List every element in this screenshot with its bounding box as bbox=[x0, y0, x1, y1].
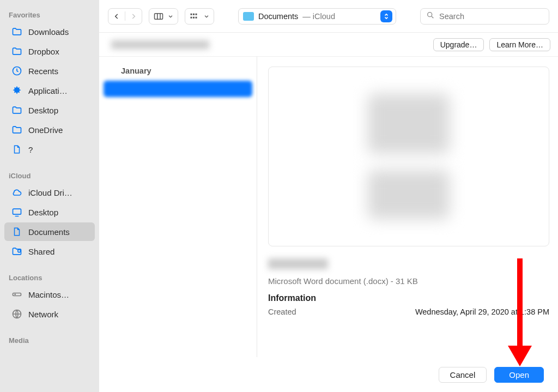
group-icon bbox=[185, 9, 204, 24]
preview-thumbnail bbox=[368, 170, 450, 219]
file-name bbox=[268, 258, 328, 269]
folder-icon bbox=[11, 124, 23, 136]
svg-rect-12 bbox=[196, 16, 197, 18]
banner-title bbox=[111, 40, 209, 49]
file-list-column: January bbox=[99, 57, 257, 357]
sidebar-item-label: Macintos… bbox=[28, 290, 69, 299]
sidebar-item-label: Dropbox bbox=[28, 47, 59, 56]
sidebar-item-label: Documents bbox=[28, 227, 70, 237]
sidebar-item-label: Desktop bbox=[28, 208, 58, 217]
cancel-button[interactable]: Cancel bbox=[439, 367, 487, 383]
sidebar-item-desktop[interactable]: Desktop bbox=[4, 101, 95, 119]
info-row-created: Created Wednesday, April 29, 2020 at 1:3… bbox=[268, 307, 549, 316]
folder-icon bbox=[11, 26, 23, 38]
svg-rect-6 bbox=[155, 13, 163, 19]
sidebar-item-label: iCloud Dri… bbox=[28, 188, 72, 197]
up-down-icon bbox=[380, 10, 392, 22]
preview-thumbnail bbox=[368, 94, 450, 154]
columns-view-icon bbox=[149, 9, 168, 24]
toolbar: Documents — iCloud bbox=[99, 0, 558, 33]
desktop-icon bbox=[11, 206, 23, 218]
sidebar-item-label: Recents bbox=[28, 67, 58, 76]
sidebar-item-unknown[interactable]: ? bbox=[4, 140, 95, 159]
search-icon bbox=[426, 11, 435, 21]
apps-icon bbox=[11, 85, 23, 97]
date-group-heading: January bbox=[99, 63, 257, 81]
file-type-size: Microsoft Word document (.docx) - 31 KB bbox=[268, 276, 549, 286]
upgrade-button[interactable]: Upgrade… bbox=[433, 38, 484, 51]
svg-rect-1 bbox=[13, 209, 21, 214]
svg-rect-9 bbox=[196, 13, 197, 15]
sidebar-item-onedrive[interactable]: OneDrive bbox=[4, 120, 95, 139]
disk-icon bbox=[11, 288, 23, 300]
svg-point-4 bbox=[15, 294, 15, 294]
nav-group bbox=[108, 8, 142, 25]
sidebar-section-locations: Locations bbox=[0, 270, 99, 284]
sidebar-item-label: Desktop bbox=[28, 106, 58, 115]
info-heading: Information bbox=[268, 293, 549, 303]
search-input[interactable] bbox=[439, 12, 543, 21]
main-area: Documents — iCloud Upgrade… Learn More… … bbox=[99, 0, 558, 392]
group-by-dropdown[interactable] bbox=[185, 8, 214, 25]
svg-rect-8 bbox=[193, 13, 195, 15]
location-dropdown[interactable]: Documents — iCloud bbox=[238, 8, 396, 25]
forward-button[interactable] bbox=[125, 9, 142, 24]
location-name: Documents bbox=[258, 12, 298, 21]
chevron-down-icon bbox=[204, 9, 214, 24]
sidebar-section-icloud: iCloud bbox=[0, 168, 99, 182]
file-row-selected[interactable] bbox=[104, 81, 252, 97]
info-label: Created bbox=[268, 307, 296, 316]
view-columns-dropdown[interactable] bbox=[149, 8, 178, 25]
sidebar-item-label: Downloads bbox=[28, 27, 69, 37]
dialog-footer: Cancel Open bbox=[99, 357, 558, 392]
sidebar: Favorites Downloads Dropbox Recents Appl… bbox=[0, 0, 99, 392]
sidebar-item-network[interactable]: Network bbox=[4, 305, 95, 323]
sidebar-item-documents[interactable]: Documents bbox=[4, 222, 95, 241]
content: January Microsoft Word document (.docx) … bbox=[99, 57, 558, 357]
document-icon bbox=[11, 226, 23, 238]
sidebar-item-label: Applicati… bbox=[28, 86, 68, 95]
svg-rect-11 bbox=[193, 16, 195, 18]
location-sub: — iCloud bbox=[302, 12, 335, 21]
sidebar-item-desktop-icloud[interactable]: Desktop bbox=[4, 203, 95, 221]
sidebar-item-downloads[interactable]: Downloads bbox=[4, 22, 95, 41]
sidebar-section-favorites: Favorites bbox=[0, 8, 99, 21]
sidebar-item-label: OneDrive bbox=[28, 125, 63, 135]
info-value: Wednesday, April 29, 2020 at 1:38 PM bbox=[415, 307, 549, 316]
folder-icon bbox=[11, 104, 23, 116]
back-button[interactable] bbox=[108, 9, 125, 24]
open-button[interactable]: Open bbox=[494, 367, 544, 383]
sidebar-item-label: Network bbox=[28, 310, 58, 319]
cloud-icon bbox=[11, 186, 23, 198]
folder-icon bbox=[11, 45, 23, 57]
svg-point-13 bbox=[428, 13, 432, 17]
chevron-down-icon bbox=[168, 9, 178, 24]
sidebar-item-shared[interactable]: Shared bbox=[4, 242, 95, 261]
sidebar-item-icloud-drive[interactable]: iCloud Dri… bbox=[4, 183, 95, 202]
clock-icon bbox=[11, 65, 23, 77]
upgrade-banner: Upgrade… Learn More… bbox=[99, 33, 558, 57]
sidebar-item-label: Shared bbox=[28, 247, 54, 256]
svg-rect-7 bbox=[191, 13, 192, 15]
folder-icon bbox=[243, 12, 254, 21]
document-icon bbox=[11, 143, 23, 155]
globe-icon bbox=[11, 308, 23, 320]
learn-more-button[interactable]: Learn More… bbox=[489, 38, 550, 51]
svg-rect-3 bbox=[13, 293, 21, 296]
svg-rect-10 bbox=[191, 16, 192, 18]
document-preview bbox=[268, 67, 549, 246]
sidebar-item-dropbox[interactable]: Dropbox bbox=[4, 42, 95, 61]
sidebar-item-label: ? bbox=[28, 145, 33, 154]
svg-point-2 bbox=[18, 250, 21, 252]
shared-icon bbox=[11, 245, 23, 257]
search-field[interactable] bbox=[420, 8, 549, 25]
sidebar-item-recents[interactable]: Recents bbox=[4, 62, 95, 80]
sidebar-item-applications[interactable]: Applicati… bbox=[4, 81, 95, 100]
preview-column: Microsoft Word document (.docx) - 31 KB … bbox=[257, 57, 558, 357]
sidebar-item-macintosh-hd[interactable]: Macintos… bbox=[4, 285, 95, 304]
sidebar-section-media: Media bbox=[0, 333, 99, 347]
